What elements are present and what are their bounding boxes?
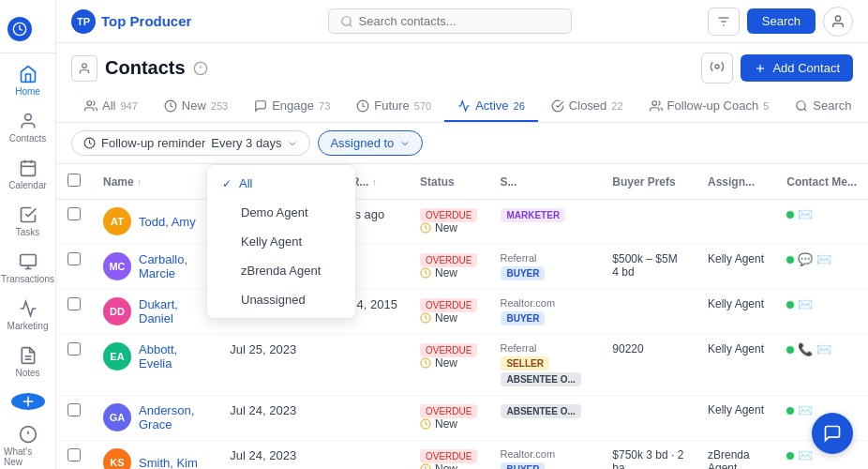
page-title-area: Contacts — [71, 55, 208, 82]
buyer-prefs-5: $750k 3 bd · 2 ba — [601, 441, 696, 470]
col-contact-methods[interactable]: Contact Me... — [775, 164, 868, 200]
email-icon-1[interactable]: ✉️ — [816, 252, 831, 266]
overdue-label-0: OVERDUE — [420, 208, 477, 222]
contact-name-0[interactable]: Todd, Amy — [139, 215, 196, 229]
compose-fab[interactable] — [11, 393, 45, 410]
sidebar-item-home[interactable]: Home — [0, 57, 55, 104]
sidebar: Home Contacts Calendar Tasks Transaction… — [0, 0, 56, 469]
dropdown-item-zbrenda[interactable]: zBrenda Agent — [207, 256, 355, 285]
filter-settings-button[interactable] — [708, 8, 740, 36]
table-row: DD Dukart, Daniel Jul 31, 2023Aug 24, 20… — [56, 290, 868, 335]
sidebar-item-whats-new[interactable]: What's New — [0, 417, 55, 469]
search-input[interactable] — [359, 14, 528, 28]
contact-name-2[interactable]: Dukart, Daniel — [139, 297, 207, 325]
sidebar-item-notes[interactable]: Notes — [0, 339, 55, 386]
contacts-settings-button[interactable] — [701, 53, 733, 83]
status-badge-4: New — [420, 417, 457, 431]
status-0: OVERDUE New — [409, 200, 488, 245]
dropdown-item-all[interactable]: ✓ All — [207, 169, 355, 198]
tab-search[interactable]: Search — [782, 91, 853, 122]
row-checkbox-2[interactable] — [67, 297, 81, 310]
row-checkbox-3[interactable] — [67, 342, 81, 356]
sidebar-label-tasks: Tasks — [16, 227, 40, 237]
sidebar-item-marketing[interactable]: Marketing — [0, 292, 55, 339]
status-badge-1: New — [420, 266, 457, 280]
tag-5-0: BUYER — [501, 462, 545, 469]
online-indicator-4 — [786, 407, 794, 415]
col-assigned[interactable]: Assign... — [696, 164, 775, 200]
contact-methods-2: ✉️ — [775, 290, 868, 335]
dropdown-kelly-label: Kelly Agent — [241, 234, 302, 249]
row-checkbox-0[interactable] — [67, 207, 81, 220]
tab-future-count: 570 — [414, 100, 431, 112]
contact-name-4[interactable]: Anderson, Grace — [139, 403, 207, 431]
assigned-4: Kelly Agent — [696, 396, 775, 441]
svg-point-32 — [651, 100, 656, 105]
sidebar-item-contacts[interactable]: Contacts — [0, 104, 55, 151]
tab-new[interactable]: New 253 — [151, 91, 241, 122]
email-icon-2[interactable]: ✉️ — [798, 297, 813, 311]
dropdown-item-demo[interactable]: Demo Agent — [207, 198, 355, 227]
tab-new-count: 253 — [211, 100, 228, 112]
row-checkbox-5[interactable] — [67, 448, 81, 461]
col-buyer-prefs[interactable]: Buyer Prefs — [601, 164, 696, 200]
svg-point-26 — [715, 65, 719, 68]
phone-icon-3[interactable]: 📞 — [798, 342, 813, 356]
dropdown-item-kelly[interactable]: Kelly Agent — [207, 227, 355, 256]
email-icon-0[interactable]: ✉️ — [798, 207, 813, 221]
col-name[interactable]: Name ↑ — [92, 164, 218, 200]
source-tags-2: Realtor.comBUYER — [488, 290, 601, 335]
search-button[interactable]: Search — [747, 8, 816, 34]
source-tags-4: ABSENTEE O... — [488, 396, 601, 441]
tab-followup-coach[interactable]: Follow-up Coach 5 — [636, 91, 783, 122]
sidebar-item-transactions[interactable]: Transactions — [0, 245, 55, 292]
avatar-4: GA — [103, 403, 131, 431]
tag-3-1: ABSENTEE O... — [501, 372, 580, 386]
page-header: Contacts Add Contact All — [56, 43, 868, 123]
user-menu[interactable] — [823, 7, 853, 37]
tab-future[interactable]: Future 570 — [343, 91, 444, 122]
avatar-2: DD — [103, 297, 131, 325]
col-status[interactable]: Status — [409, 164, 488, 200]
add-contact-button[interactable]: Add Contact — [741, 54, 853, 82]
status-1: OVERDUE New — [409, 245, 488, 290]
assigned-0 — [696, 200, 775, 245]
brand-text: Top Producer — [101, 13, 191, 29]
assigned-to-filter[interactable]: Assigned to — [318, 130, 423, 156]
row-checkbox-1[interactable] — [67, 252, 81, 265]
contact-name-1[interactable]: Carballo, Marcie — [139, 252, 207, 280]
table-row: GA Anderson, Grace Jul 24, 2023OVERDUE N… — [56, 396, 868, 441]
dropdown-item-unassigned[interactable]: Unassigned — [207, 285, 355, 314]
chat-icon-1[interactable]: 💬 — [798, 252, 813, 266]
avatar-3: EA — [103, 342, 131, 371]
select-all-checkbox[interactable] — [67, 174, 81, 187]
tab-all[interactable]: All 947 — [71, 91, 151, 122]
email-icon-5[interactable]: ✉️ — [798, 448, 813, 462]
sidebar-label-notes: Notes — [15, 368, 39, 378]
svg-rect-6 — [20, 255, 36, 266]
sidebar-item-tasks[interactable]: Tasks — [0, 198, 55, 245]
svg-point-22 — [82, 63, 87, 68]
followup-reminder-filter[interactable]: Follow-up reminder Every 3 days — [71, 130, 310, 156]
tab-active[interactable]: Active 26 — [444, 91, 538, 122]
contact-cell-4: GA Anderson, Grace — [103, 403, 207, 431]
dropdown-unassigned-label: Unassigned — [241, 293, 306, 307]
sidebar-item-calendar[interactable]: Calendar — [0, 151, 55, 198]
online-indicator-2 — [786, 301, 794, 309]
status-5: OVERDUE New — [409, 441, 488, 470]
brand-icon — [7, 17, 32, 41]
chat-fab[interactable] — [812, 413, 853, 454]
contact-name-3[interactable]: Abbott, Evelia — [139, 342, 207, 371]
contact-methods-3: 📞 ✉️ — [775, 335, 868, 396]
email-icon-3[interactable]: ✉️ — [816, 342, 831, 356]
email-icon-4[interactable]: ✉️ — [798, 403, 813, 417]
tab-all-count: 947 — [120, 100, 137, 112]
tag-4-0: ABSENTEE O... — [501, 404, 580, 418]
col-source[interactable]: S... — [488, 164, 601, 200]
contact-name-5[interactable]: Smith, Kim — [139, 456, 198, 470]
last-reached-5 — [314, 441, 409, 470]
row-checkbox-4[interactable] — [67, 403, 81, 416]
sidebar-label-home: Home — [15, 86, 40, 97]
tab-engage[interactable]: Engage 73 — [241, 91, 343, 122]
tab-closed[interactable]: Closed 22 — [538, 91, 636, 122]
